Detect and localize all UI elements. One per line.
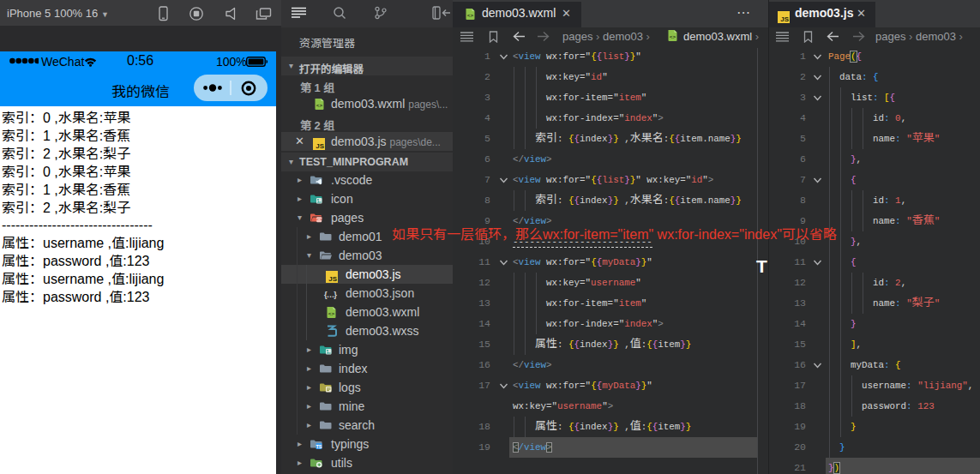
svg-text:TS: TS [316,444,322,449]
svg-text:<>: <> [316,103,323,109]
svg-text:<>: <> [316,217,322,223]
svg-text:<>: <> [328,311,335,317]
